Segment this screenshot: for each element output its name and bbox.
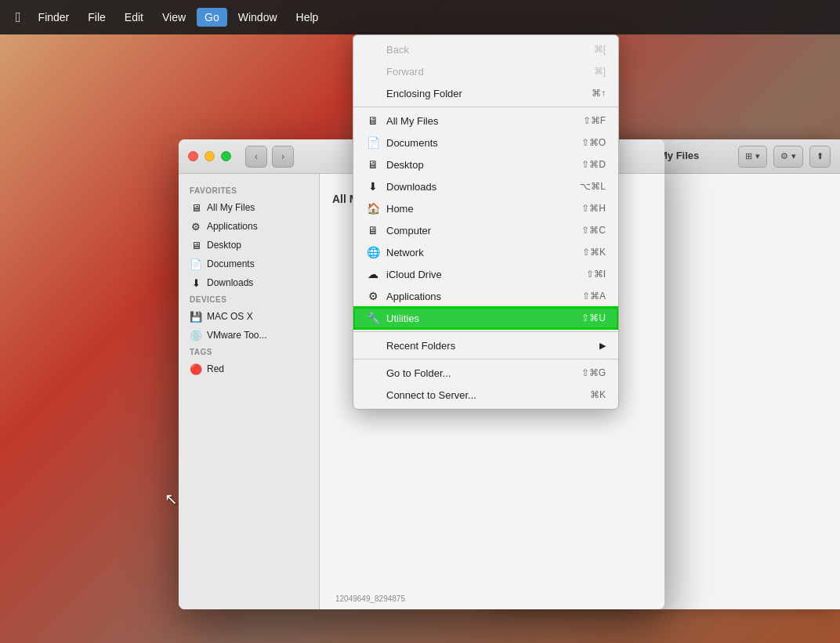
menu-item-all-my-files[interactable]: 🖥 All My Files ⇧⌘F bbox=[353, 110, 618, 132]
computer-menu-label: Computer bbox=[386, 225, 431, 237]
vmware-icon: 💿 bbox=[190, 329, 202, 341]
action-button[interactable]: ⚙ ▾ bbox=[773, 146, 803, 168]
grid-icon: ⊞ bbox=[745, 151, 752, 161]
downloads-menu-icon: ⬇ bbox=[366, 179, 380, 193]
favorites-label: Favorites bbox=[179, 183, 319, 198]
recent-folders-icon bbox=[366, 338, 380, 352]
menu-separator-3 bbox=[353, 359, 618, 359]
utilities-label: Utilities bbox=[386, 312, 419, 324]
forward-shortcut: ⌘] bbox=[594, 66, 606, 77]
close-button[interactable] bbox=[188, 151, 198, 161]
menu-item-documents-menu[interactable]: 📄 Documents ⇧⌘O bbox=[353, 132, 618, 154]
edit-menu[interactable]: Edit bbox=[117, 8, 151, 27]
finder-sidebar: Favorites 🖥 All My Files ⚙ Applications … bbox=[179, 174, 320, 609]
forward-button[interactable]: › bbox=[272, 146, 294, 168]
menu-item-desktop-menu[interactable]: 🖥 Desktop ⇧⌘D bbox=[353, 154, 618, 175]
back-icon bbox=[366, 42, 380, 56]
all-my-files-icon: 🖥 bbox=[190, 201, 202, 214]
tags-label: Tags bbox=[179, 345, 319, 359]
devices-label: Devices bbox=[179, 292, 319, 307]
utilities-icon: 🔧 bbox=[366, 311, 380, 325]
desktop-menu-label: Desktop bbox=[386, 159, 424, 171]
view-toggle-button[interactable]: ⊞ ▾ bbox=[738, 146, 767, 168]
utilities-shortcut: ⇧⌘U bbox=[581, 312, 606, 323]
applications-menu-label: Applications bbox=[386, 291, 441, 302]
desktop-icon: 🖥 bbox=[190, 239, 202, 251]
help-menu[interactable]: Help bbox=[288, 8, 327, 27]
back-label: Back bbox=[386, 44, 409, 56]
menu-item-recent-folders[interactable]: Recent Folders ▶ bbox=[353, 334, 618, 356]
recent-folders-label: Recent Folders bbox=[386, 340, 455, 352]
back-button[interactable]: ‹ bbox=[245, 146, 267, 168]
icloud-menu-label: iCloud Drive bbox=[386, 269, 442, 280]
downloads-icon: ⬇ bbox=[190, 276, 202, 289]
go-menu-trigger[interactable]: Go bbox=[197, 8, 227, 27]
sidebar-item-label-desktop: Desktop bbox=[207, 240, 241, 251]
menu-item-home[interactable]: 🏠 Home ⇧⌘H bbox=[353, 197, 618, 219]
file-menu[interactable]: File bbox=[80, 8, 114, 27]
apple-menu[interactable]:  bbox=[9, 6, 27, 29]
minimize-button[interactable] bbox=[205, 151, 215, 161]
menu-item-forward[interactable]: Forward ⌘] bbox=[353, 60, 618, 82]
computer-shortcut: ⇧⌘C bbox=[581, 225, 606, 236]
home-shortcut: ⇧⌘H bbox=[581, 203, 606, 214]
enclosing-folder-label: Enclosing Folder bbox=[386, 88, 462, 99]
connect-server-shortcut: ⌘K bbox=[590, 389, 606, 400]
share-button[interactable]: ⬆ bbox=[809, 146, 831, 168]
applications-menu-shortcut: ⇧⌘A bbox=[582, 291, 606, 302]
menu-item-utilities[interactable]: 🔧 Utilities ⇧⌘U bbox=[353, 307, 618, 329]
window-menu[interactable]: Window bbox=[230, 8, 285, 27]
downloads-shortcut: ⌥⌘L bbox=[580, 181, 606, 192]
maximize-button[interactable] bbox=[221, 151, 231, 161]
go-to-folder-label: Go to Folder... bbox=[386, 367, 451, 379]
menu-item-icloud-drive[interactable]: ☁ iCloud Drive ⇧⌘I bbox=[353, 263, 618, 285]
computer-menu-icon: 🖥 bbox=[366, 223, 380, 237]
menu-item-applications-menu[interactable]: ⚙ Applications ⇧⌘A bbox=[353, 285, 618, 307]
go-to-folder-icon bbox=[366, 366, 380, 380]
menu-item-network[interactable]: 🌐 Network ⇧⌘K bbox=[353, 241, 618, 263]
sidebar-item-label-all-my-files: All My Files bbox=[207, 202, 255, 213]
sidebar-item-documents[interactable]: 📄 Documents bbox=[179, 255, 319, 273]
go-menu-dropdown: Back ⌘[ Forward ⌘] Enclosing Folder ⌘↑ 🖥… bbox=[353, 34, 619, 410]
menu-separator-1 bbox=[353, 107, 618, 107]
sidebar-item-desktop[interactable]: 🖥 Desktop bbox=[179, 236, 319, 255]
menu-item-connect-to-server[interactable]: Connect to Server... ⌘K bbox=[353, 384, 618, 406]
view-menu[interactable]: View bbox=[154, 8, 194, 27]
home-menu-label: Home bbox=[386, 203, 414, 215]
sidebar-item-applications[interactable]: ⚙ Applications bbox=[179, 217, 319, 236]
sidebar-item-all-my-files[interactable]: 🖥 All My Files bbox=[179, 198, 319, 217]
finder-status: 12049649_8294875 bbox=[335, 594, 405, 603]
network-menu-icon: 🌐 bbox=[366, 245, 380, 259]
menu-item-back[interactable]: Back ⌘[ bbox=[353, 38, 618, 60]
icloud-shortcut: ⇧⌘I bbox=[586, 269, 606, 280]
icloud-menu-icon: ☁ bbox=[366, 267, 380, 281]
documents-shortcut: ⇧⌘O bbox=[581, 137, 606, 148]
back-shortcut: ⌘[ bbox=[594, 44, 606, 55]
mac-os-x-icon: 💾 bbox=[190, 310, 202, 323]
sidebar-item-label-red: Red bbox=[207, 363, 224, 374]
chevron-down-icon2: ▾ bbox=[791, 151, 796, 161]
forward-icon bbox=[366, 64, 380, 78]
desktop-shortcut: ⇧⌘D bbox=[581, 159, 606, 170]
connect-server-icon bbox=[366, 388, 380, 402]
all-my-files-shortcut: ⇧⌘F bbox=[583, 115, 606, 126]
enclosing-shortcut: ⌘↑ bbox=[592, 88, 606, 99]
go-to-folder-shortcut: ⇧⌘G bbox=[581, 367, 606, 378]
menu-item-enclosing-folder[interactable]: Enclosing Folder ⌘↑ bbox=[353, 82, 618, 104]
sidebar-item-downloads[interactable]: ⬇ Downloads bbox=[179, 273, 319, 292]
sidebar-item-vmware[interactable]: 💿 VMware Too... bbox=[179, 326, 319, 345]
finder-menu[interactable]: Finder bbox=[31, 8, 78, 27]
documents-icon: 📄 bbox=[190, 258, 202, 270]
menubar:  Finder File Edit View Go Window Help bbox=[0, 0, 840, 34]
sidebar-item-red-tag[interactable]: 🔴 Red bbox=[179, 359, 319, 378]
all-my-files-menu-label: All My Files bbox=[386, 115, 438, 127]
menu-item-downloads-menu[interactable]: ⬇ Downloads ⌥⌘L bbox=[353, 175, 618, 197]
sidebar-item-label-mac-os-x: MAC OS X bbox=[207, 311, 253, 322]
menu-item-computer[interactable]: 🖥 Computer ⇧⌘C bbox=[353, 219, 618, 241]
red-tag-icon: 🔴 bbox=[190, 363, 202, 375]
sidebar-item-label-documents: Documents bbox=[207, 258, 255, 269]
sidebar-item-mac-os-x[interactable]: 💾 MAC OS X bbox=[179, 307, 319, 326]
menu-item-go-to-folder[interactable]: Go to Folder... ⇧⌘G bbox=[353, 362, 618, 384]
connect-server-label: Connect to Server... bbox=[386, 389, 476, 401]
documents-menu-label: Documents bbox=[386, 137, 438, 149]
